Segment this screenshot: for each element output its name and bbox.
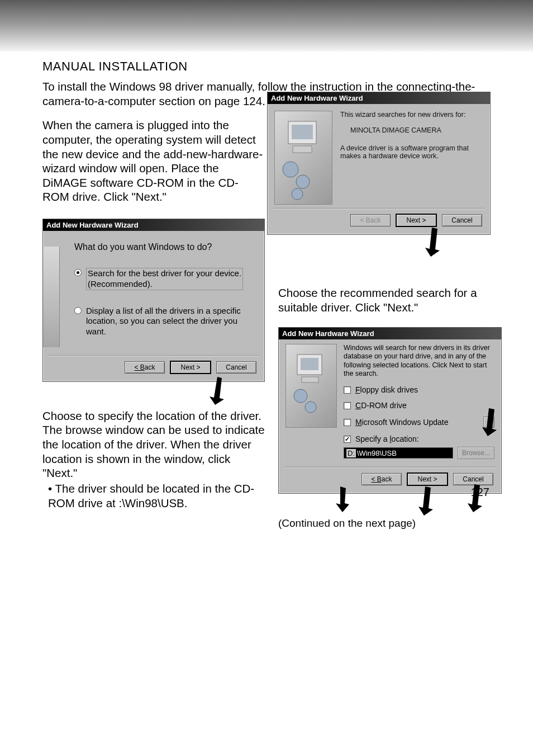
wizard-instruction-text: Windows will search for new drivers in i…: [344, 344, 494, 379]
continued-note: (Continued on the next page): [278, 517, 502, 530]
wizard-graphic: [285, 344, 337, 428]
dropdown-icon[interactable]: [483, 417, 494, 428]
browse-button[interactable]: Browse...: [458, 447, 494, 459]
wizard-line2: A device driver is a software program th…: [340, 144, 483, 160]
radio-icon: [74, 307, 82, 314]
back-button[interactable]: < Back: [361, 473, 402, 485]
section-heading: MANUAL INSTALLATION: [42, 59, 491, 74]
checkbox-specify-location[interactable]: Specify a location:: [344, 434, 494, 443]
next-button[interactable]: Next >: [396, 214, 436, 226]
svg-rect-12: [293, 146, 312, 153]
wizard-line1: This wizard searches for new drivers for…: [340, 111, 483, 119]
cancel-button[interactable]: Cancel: [442, 214, 482, 226]
svg-rect-2: [301, 358, 318, 370]
back-button[interactable]: < Back: [125, 361, 165, 374]
wizard-dialog-step3: Add New Hardware Wizard Windows will sea…: [278, 327, 502, 494]
cancel-button[interactable]: Cancel: [216, 361, 256, 374]
radio-label-displaylist: Display a list of all the drivers in a s…: [86, 306, 256, 337]
wizard-device-name: MINOLTA DIMAGE CAMERA: [350, 126, 483, 134]
svg-point-5: [305, 401, 316, 413]
svg-point-4: [294, 389, 307, 403]
svg-point-15: [292, 188, 303, 200]
wizard-graphic: [43, 247, 60, 347]
svg-point-14: [296, 175, 310, 188]
dialog-title: Add New Hardware Wizard: [279, 328, 501, 339]
svg-rect-3: [302, 377, 318, 382]
checkbox-icon: [344, 436, 351, 443]
radio-label-recommended: Search for the best driver for your devi…: [86, 268, 243, 290]
bullet-driver-path: • The driver should be located in the CD…: [42, 481, 265, 510]
page-number: 127: [471, 486, 489, 499]
checkbox-icon: [344, 402, 351, 409]
checkbox-msupdate[interactable]: Microsoft Windows Update: [344, 417, 494, 428]
left-column: When the camera is plugged into the comp…: [42, 118, 265, 530]
next-button[interactable]: Next >: [170, 361, 211, 374]
wizard-graphic: [274, 111, 332, 205]
checkbox-cdrom[interactable]: CD-ROM drive: [344, 401, 494, 410]
back-button: < Back: [350, 214, 391, 226]
radio-icon: [74, 269, 82, 276]
paragraph-specify-location: Choose to specify the location of the dr…: [42, 409, 265, 480]
wizard-dialog-step1: Add New Hardware Wizard This wizard sear…: [267, 92, 491, 235]
checkbox-icon: [344, 386, 351, 394]
next-button[interactable]: Next >: [407, 473, 448, 485]
paragraph-choose-recommended: Choose the recommended search for a suit…: [278, 286, 502, 314]
dialog-title: Add New Hardware Wizard: [268, 92, 490, 104]
svg-point-13: [283, 162, 298, 177]
page-header-gradient: [0, 0, 533, 51]
svg-rect-11: [292, 125, 313, 139]
radio-option-displaylist[interactable]: Display a list of all the drivers in a s…: [74, 306, 256, 337]
location-path-input[interactable]: D:\Win98\USB: [344, 447, 453, 459]
paragraph-plug-camera: When the camera is plugged into the comp…: [42, 118, 265, 204]
dialog-title: Add New Hardware Wizard: [43, 219, 264, 231]
cancel-button[interactable]: Cancel: [453, 473, 493, 485]
wizard-question: What do you want Windows to do?: [74, 242, 256, 252]
wizard-dialog-step2: Add New Hardware Wizard What do you want…: [42, 219, 265, 382]
radio-option-recommended[interactable]: Search for the best driver for your devi…: [74, 268, 256, 290]
checkbox-floppy[interactable]: Floppy disk drives: [344, 385, 494, 394]
checkbox-icon: [344, 419, 351, 426]
